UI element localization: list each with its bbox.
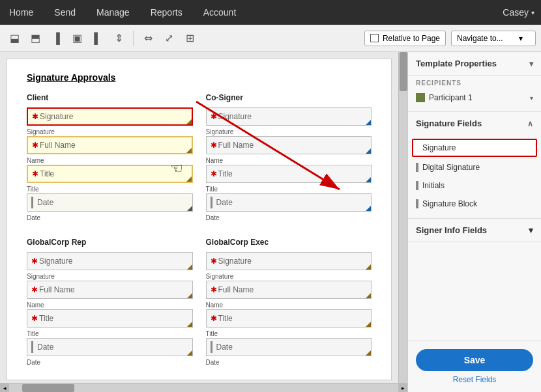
nav-account[interactable]: Account: [201, 2, 239, 23]
corner-mark: [186, 148, 192, 153]
recipients-section: RECIPIENTS Participant 1 ▾: [408, 76, 541, 112]
sig-field-item-signature[interactable]: Signature: [412, 139, 537, 157]
signature-fields-header[interactable]: Signature Fields ∧: [408, 112, 541, 135]
exec-fullname-placeholder: Full Name: [218, 285, 254, 294]
nav-links: Home Send Manage Reports Account: [7, 2, 239, 23]
exec-title-row: Name ✱ Title: [206, 301, 372, 328]
required-star: ✱: [32, 112, 38, 121]
client-title-field[interactable]: ✱ Title: [27, 165, 193, 183]
corner-mark: [366, 264, 371, 270]
cosigner-fullname-placeholder: Full Name: [218, 141, 254, 150]
cosigner-date-label: Date: [206, 214, 372, 221]
relative-to-page-toggle[interactable]: Relative to Page: [364, 31, 446, 46]
nav-manage[interactable]: Manage: [94, 2, 132, 23]
corner-mark: [187, 206, 192, 211]
rep-name-label: Name: [27, 301, 193, 309]
date-bar: [211, 197, 212, 208]
exec-signature-field[interactable]: ✱ Signature: [206, 252, 372, 270]
cosigner-title-field[interactable]: ✱ Title: [206, 165, 372, 183]
date-bar: [31, 197, 33, 208]
cosigner-sig-field-row: ✱ Signature: [206, 107, 372, 126]
rep-title-row: Name ✱ Title: [27, 301, 193, 328]
scroll-right-arrow[interactable]: ▸: [398, 384, 407, 393]
recipient-row-1: Participant 1 ▾: [416, 91, 533, 105]
rep-date-field[interactable]: Date: [27, 338, 193, 356]
signature-fields-section: Signature Fields ∧ Signature Digital Sig…: [408, 112, 541, 219]
required-star: ✱: [211, 285, 217, 294]
sig-sections: Client ✱ Signature Signature: [27, 93, 372, 367]
save-button[interactable]: Save: [416, 349, 533, 371]
toolbar-icon-resize-h[interactable]: ⇔: [139, 29, 157, 48]
cosigner-fullname-row: Signature ✱ Full Name: [206, 128, 372, 154]
toolbar-icon-align-center[interactable]: ▣: [68, 29, 86, 48]
nav-home[interactable]: Home: [7, 2, 36, 23]
vertical-scrollbar[interactable]: [398, 52, 407, 383]
toolbar-icon-align-right[interactable]: ▌: [89, 29, 107, 48]
cosigner-date-placeholder: Date: [216, 198, 233, 207]
sig-field-item-digital[interactable]: Digital Signature: [408, 158, 541, 176]
signer-info-header[interactable]: Signer Info Fields ▾: [408, 219, 541, 242]
client-fullname-field[interactable]: ✱ Full Name: [27, 136, 193, 154]
toolbar-icon-group[interactable]: ⊞: [181, 29, 199, 48]
cosigner-title-placeholder: Title: [218, 169, 233, 178]
client-signature-field[interactable]: ✱ Signature: [27, 107, 193, 126]
doc-title: Signature Approvals: [27, 72, 372, 83]
rep-date-placeholder: Date: [37, 343, 53, 352]
rep-title-field[interactable]: ✱ Title: [27, 309, 193, 328]
toolbar-icon-distribute-v[interactable]: ⇕: [110, 29, 128, 48]
client-title-placeholder: Title: [40, 169, 54, 178]
required-star: ✱: [211, 257, 217, 266]
scroll-thumb-h[interactable]: [22, 384, 74, 392]
client-title-label: Title: [27, 186, 193, 193]
signer-info-section: Signer Info Fields ▾: [408, 219, 541, 242]
exec-sig-label: Signature: [206, 273, 372, 280]
doc-inner: Signature Approvals Client ✱ Signature: [7, 59, 392, 380]
sig-field-item-block[interactable]: Signature Block: [408, 195, 541, 213]
signature-fields-label: Signature Fields: [416, 119, 482, 128]
recipient-chevron[interactable]: ▾: [530, 94, 533, 102]
exec-fullname-row: Signature ✱ Full Name: [206, 273, 372, 299]
cosigner-fullname-field[interactable]: ✱ Full Name: [206, 136, 372, 154]
client-date-field[interactable]: Date: [27, 193, 193, 212]
toolbar-icon-align-top[interactable]: ⬓: [5, 29, 23, 48]
toolbar-icon-align-middle[interactable]: ⬒: [26, 29, 44, 48]
required-star: ✱: [31, 285, 38, 294]
scroll-left-arrow[interactable]: ◂: [0, 384, 9, 393]
sig-field-item-label: Signature: [422, 143, 456, 152]
required-star: ✱: [31, 314, 38, 323]
user-menu[interactable]: Casey ▾: [503, 7, 534, 18]
required-star: ✱: [32, 169, 38, 178]
toolbar-icon-resize-v[interactable]: ⤢: [160, 29, 178, 48]
scroll-thumb[interactable]: [400, 52, 407, 91]
sig-fields-chevron: ∧: [527, 119, 533, 128]
template-properties-section: Template Properties ▾: [408, 52, 541, 76]
toolbar-icon-align-left[interactable]: ▐: [47, 29, 65, 48]
cosigner-heading: Co-Signer: [206, 93, 372, 102]
navigate-dropdown[interactable]: Navigate to... ▾: [451, 31, 536, 46]
corner-mark: [187, 264, 192, 270]
corner-mark: [366, 350, 371, 356]
rep-fullname-field[interactable]: ✱ Full Name: [27, 281, 193, 299]
sig-block-icon: [416, 199, 418, 208]
corner-mark: [186, 176, 192, 182]
exec-title-field[interactable]: ✱ Title: [206, 309, 372, 328]
cosigner-title-row: Name ✱ Title: [206, 157, 372, 183]
corner-mark: [366, 177, 371, 182]
required-star: ✱: [211, 141, 217, 150]
corner-mark: [186, 119, 192, 124]
horizontal-scrollbar[interactable]: ◂ ▸: [0, 383, 407, 392]
nav-reports[interactable]: Reports: [148, 2, 185, 23]
cosigner-date-field[interactable]: Date: [206, 193, 372, 212]
reset-fields-link[interactable]: Reset Fields: [416, 375, 533, 384]
client-date-row: Title Date: [27, 186, 193, 212]
sig-field-item-initials[interactable]: Initials: [408, 176, 541, 195]
nav-send[interactable]: Send: [51, 2, 78, 23]
corner-mark: [187, 322, 192, 327]
exec-date-field[interactable]: Date: [206, 338, 372, 356]
rep-signature-field[interactable]: ✱ Signature: [27, 252, 193, 270]
cosigner-signature-field[interactable]: ✱ Signature: [206, 107, 372, 126]
template-properties-header[interactable]: Template Properties ▾: [408, 52, 541, 75]
client-sig-label: Signature: [27, 128, 193, 135]
main-area: Signature Approvals Client ✱ Signature: [0, 52, 541, 392]
exec-fullname-field[interactable]: ✱ Full Name: [206, 281, 372, 299]
